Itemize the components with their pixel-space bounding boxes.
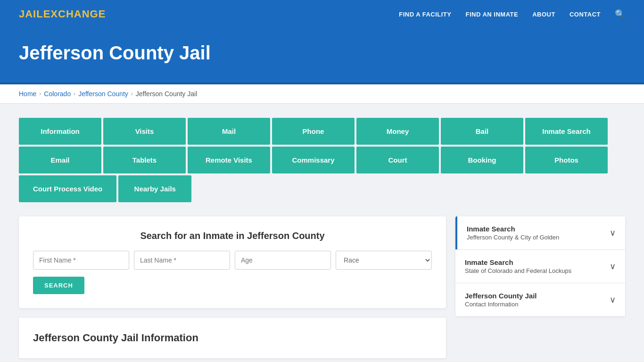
breadcrumb-sep-1: › (39, 90, 41, 97)
logo[interactable]: JAILEXCHANGE (19, 8, 106, 20)
btn-remote-visits[interactable]: Remote Visits (188, 147, 270, 173)
btn-commissary[interactable]: Commissary (272, 147, 355, 173)
logo-jail: JAIL (19, 8, 43, 20)
nav-find-inmate[interactable]: FIND AN INMATE (465, 11, 518, 18)
last-name-input[interactable] (134, 251, 230, 270)
first-name-input[interactable] (33, 251, 129, 270)
breadcrumb-sep-2: › (74, 90, 75, 97)
accordion-main-title-jefferson: Inmate Search (467, 225, 559, 233)
nav-buttons-row2: Email Tablets Remote Visits Commissary C… (19, 147, 622, 173)
info-section-title: Jefferson County Jail Information (33, 332, 432, 344)
search-fields: Race White Black Hispanic Asian Native A… (33, 251, 432, 270)
accordion-chevron-colorado: ∨ (610, 261, 616, 272)
btn-nearby-jails[interactable]: Nearby Jails (118, 175, 191, 202)
btn-information[interactable]: Information (19, 118, 101, 145)
age-input[interactable] (235, 251, 331, 270)
breadcrumb-bar: Home › Colorado › Jefferson County › Jef… (0, 84, 644, 104)
breadcrumb-sep-3: › (131, 90, 133, 97)
btn-phone[interactable]: Phone (272, 118, 355, 145)
accordion-main-title-colorado: Inmate Search (465, 258, 571, 266)
main-nav: FIND A FACILITY FIND AN INMATE ABOUT CON… (399, 9, 625, 19)
nav-buttons-grid: Information Visits Mail Phone Money Bail… (19, 118, 622, 202)
breadcrumb-colorado[interactable]: Colorado (44, 90, 71, 98)
nav-contact[interactable]: CONTACT (570, 11, 601, 18)
accordion-title-contact: Jefferson County Jail Contact Informatio… (465, 292, 537, 308)
inmate-search-card: Search for an Inmate in Jefferson County… (19, 216, 446, 308)
nav-about[interactable]: ABOUT (532, 11, 555, 18)
btn-email[interactable]: Email (19, 147, 101, 173)
btn-money[interactable]: Money (356, 118, 439, 145)
left-column: Search for an Inmate in Jefferson County… (19, 216, 446, 358)
accordion-item-contact: Jefferson County Jail Contact Informatio… (455, 283, 625, 316)
page-title: Jefferson County Jail (19, 42, 625, 64)
search-icon-button[interactable]: 🔍 (615, 9, 625, 19)
nav-buttons-row1: Information Visits Mail Phone Money Bail… (19, 118, 622, 145)
accordion-item-colorado: Inmate Search State of Colorado and Fede… (455, 250, 625, 283)
accordion-main-title-contact: Jefferson County Jail (465, 292, 537, 300)
sidebar-card: Inmate Search Jefferson County & City of… (455, 216, 625, 316)
accordion-header-jefferson[interactable]: Inmate Search Jefferson County & City of… (455, 216, 625, 249)
btn-visits[interactable]: Visits (103, 118, 186, 145)
info-section: Jefferson County Jail Information (19, 318, 446, 358)
btn-booking[interactable]: Booking (441, 147, 523, 173)
accordion-chevron-contact: ∨ (610, 295, 616, 305)
breadcrumb-home[interactable]: Home (19, 90, 36, 98)
nav-find-facility[interactable]: FIND A FACILITY (399, 11, 451, 18)
accordion-header-colorado[interactable]: Inmate Search State of Colorado and Fede… (455, 250, 625, 283)
accordion-sub-title-contact: Contact Information (465, 301, 537, 308)
right-sidebar: Inmate Search Jefferson County & City of… (455, 216, 625, 316)
breadcrumb-current: Jefferson County Jail (136, 90, 197, 98)
breadcrumb: Home › Colorado › Jefferson County › Jef… (19, 90, 625, 98)
accordion-sub-title-jefferson: Jefferson County & City of Golden (467, 234, 559, 241)
accordion-title-jefferson: Inmate Search Jefferson County & City of… (467, 225, 559, 241)
main-content: Information Visits Mail Phone Money Bail… (0, 104, 644, 362)
two-col-layout: Search for an Inmate in Jefferson County… (19, 216, 625, 358)
nav-buttons-row3: Court Process Video Nearby Jails (19, 175, 191, 202)
btn-tablets[interactable]: Tablets (103, 147, 186, 173)
accordion-sub-title-colorado: State of Colorado and Federal Lockups (465, 267, 571, 274)
search-button[interactable]: SEARCH (33, 277, 84, 294)
accordion-chevron-jefferson: ∨ (610, 228, 616, 238)
btn-court-process-video[interactable]: Court Process Video (19, 175, 116, 202)
btn-photos[interactable]: Photos (525, 147, 608, 173)
logo-exchange: EXCHANGE (43, 8, 106, 20)
breadcrumb-jefferson-county[interactable]: Jefferson County (78, 90, 128, 98)
btn-inmate-search[interactable]: Inmate Search (525, 118, 608, 145)
header: JAILEXCHANGE FIND A FACILITY FIND AN INM… (0, 0, 644, 28)
hero-section: Jefferson County Jail (0, 28, 644, 84)
btn-court[interactable]: Court (356, 147, 439, 173)
accordion-header-contact[interactable]: Jefferson County Jail Contact Informatio… (455, 283, 625, 316)
btn-bail[interactable]: Bail (441, 118, 523, 145)
accordion-title-colorado: Inmate Search State of Colorado and Fede… (465, 258, 571, 274)
race-select[interactable]: Race White Black Hispanic Asian Native A… (336, 251, 432, 270)
btn-mail[interactable]: Mail (188, 118, 270, 145)
accordion-item-jefferson: Inmate Search Jefferson County & City of… (455, 216, 625, 250)
search-card-title: Search for an Inmate in Jefferson County (33, 230, 432, 241)
